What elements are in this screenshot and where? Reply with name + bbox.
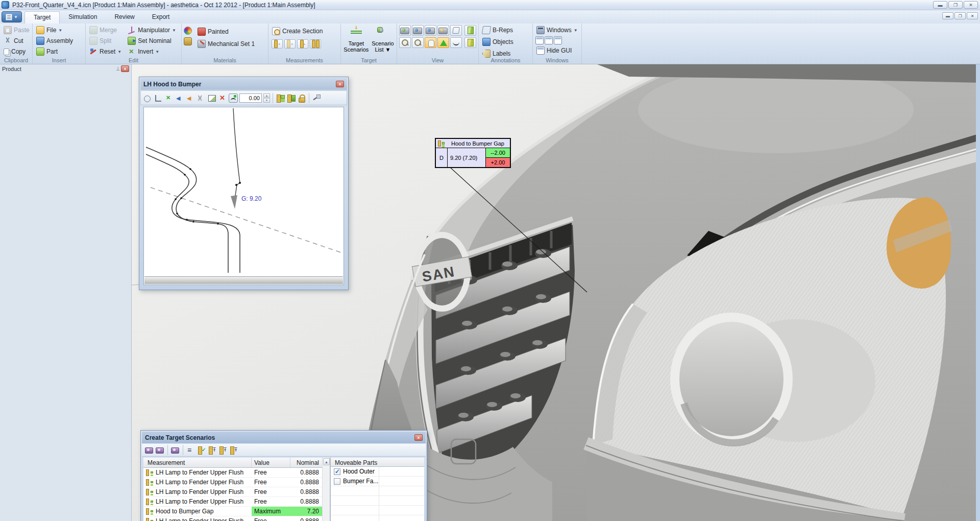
view-camera-check-button[interactable] — [399, 25, 411, 36]
objects-button[interactable]: Objects — [481, 37, 530, 47]
moveable-parts-panel[interactable]: Moveable Parts Hood OuterBumper Fa... — [330, 458, 424, 521]
pin-icon[interactable]: ⊥ — [115, 66, 121, 72]
view-camera-prev-button[interactable] — [412, 25, 424, 36]
section-window-close-button[interactable]: x — [336, 81, 344, 87]
scenario-new-icon[interactable] — [145, 446, 154, 455]
assembly-button[interactable]: Assembly — [35, 36, 83, 46]
scenarios-close-button[interactable]: x — [414, 434, 423, 441]
copy-button[interactable]: Copy — [2, 46, 30, 57]
section-measure-icon[interactable] — [276, 93, 285, 103]
measurement-row[interactable]: LH Lamp to Fender Upper FlushFree0.8888 — [143, 487, 322, 497]
toolbox-icon[interactable] — [184, 37, 192, 45]
section-wand-icon[interactable] — [312, 93, 321, 103]
orbit-button[interactable] — [450, 37, 462, 48]
tile-vertical-icon[interactable] — [554, 36, 562, 44]
moveable-part-row[interactable]: Hood Outer — [331, 467, 424, 477]
measurement-row[interactable]: LH Lamp to Fender Upper FlushFree0.8888 — [143, 516, 322, 521]
create-section-button[interactable]: Create Section — [271, 26, 338, 36]
scenario-refresh-icon[interactable] — [156, 446, 164, 455]
mdi-close-button[interactable]: ✕ — [967, 12, 978, 19]
moveable-part-row[interactable]: Bumper Fa... — [331, 477, 424, 486]
section-curve-tool-icon[interactable] — [229, 93, 238, 103]
measurements-scrollbar[interactable]: ▲ — [322, 458, 330, 521]
windows-button[interactable]: Windows▼ — [535, 25, 579, 35]
scenario-run-icon[interactable] — [171, 446, 180, 455]
set-nominal-button[interactable]: Set Nominal — [126, 36, 178, 46]
section-circle-tool-icon[interactable] — [143, 93, 152, 103]
measurement-row[interactable]: LH Lamp to Fender Upper FlushFree0.8888 — [143, 497, 322, 507]
rotate-button[interactable] — [437, 37, 449, 48]
measurement-annotation[interactable]: Hood to Bumper Gap D 9.20 (7.20) --2.00 … — [435, 138, 511, 168]
view-block-button[interactable] — [464, 25, 476, 36]
measure-check-icon[interactable] — [197, 446, 206, 455]
tile-horizontal-icon[interactable] — [545, 36, 553, 44]
section-orange-arrow-icon[interactable] — [186, 93, 195, 103]
section-corner-tool-icon[interactable] — [154, 93, 163, 103]
part-button[interactable]: Part — [35, 46, 83, 57]
zoom-out-button[interactable] — [399, 37, 411, 48]
pan-button[interactable] — [425, 37, 436, 48]
breps-button[interactable]: B-Reps — [481, 25, 530, 35]
section-paren-icon[interactable] — [197, 93, 206, 103]
section-offset-spinner[interactable]: ▲▼ — [263, 93, 270, 103]
measure-pink-button[interactable]: ▪ — [297, 39, 308, 49]
color-wheel-icon[interactable] — [184, 27, 192, 35]
measure-top-icon[interactable] — [208, 446, 216, 455]
close-button[interactable]: ✕ — [964, 1, 978, 9]
mdi-restore-button[interactable]: ❐ — [954, 12, 966, 19]
mdi-minimize-button[interactable]: ▬ — [942, 12, 953, 19]
view-cube-button[interactable] — [450, 25, 462, 36]
scroll-up-icon[interactable]: ▲ — [323, 458, 330, 465]
section-image-icon[interactable] — [207, 93, 216, 103]
section-offset-input[interactable] — [239, 93, 262, 103]
ribbon-tab-target[interactable]: Target — [24, 11, 60, 23]
ribbon-tab-simulation[interactable]: Simulation — [60, 11, 106, 23]
mechanical-set-button[interactable]: Mechanical Set 1 — [196, 39, 256, 49]
minimize-button[interactable]: ▬ — [933, 1, 947, 9]
measurement-row[interactable]: LH Lamp to Fender Upper FlushFree0.8888 — [143, 468, 322, 478]
cut-button[interactable]: Cut — [2, 36, 30, 46]
restore-button[interactable]: ❐ — [948, 1, 963, 9]
section-canvas[interactable]: G: 9.20 — [143, 107, 344, 285]
section-green-x-icon[interactable] — [164, 93, 174, 103]
invert-button[interactable]: Invert▼ — [126, 46, 178, 57]
paste-button[interactable]: Paste — [2, 25, 30, 35]
scenarios-titlebar[interactable]: Create Target Scenarios x — [142, 432, 426, 443]
target-scenarios-button[interactable]: TargetScenarios — [344, 25, 369, 57]
ribbon-tab-review[interactable]: Review — [106, 11, 143, 23]
moveable-parts-header[interactable]: Moveable Parts — [331, 458, 424, 467]
zoom-window-button[interactable] — [412, 37, 424, 48]
ribbon-tab-export[interactable]: Export — [143, 11, 179, 23]
reset-button[interactable]: Reset▼ — [88, 46, 123, 57]
measurement-row[interactable]: LH Lamp to Fender Upper FlushFree0.8888 — [143, 478, 322, 487]
measurements-table[interactable]: Measurement Value Nominal LH Lamp to Fen… — [143, 458, 322, 521]
application-menu-button[interactable]: ▼ — [2, 11, 22, 22]
measurement-row[interactable]: Hood to Bumper GapMaximum7.20 — [143, 507, 322, 516]
split-button[interactable]: Split — [88, 36, 123, 46]
section-measure2-icon[interactable] — [286, 93, 296, 103]
section-lock-icon[interactable] — [297, 93, 306, 103]
painted-button[interactable]: Painted — [196, 27, 256, 37]
measure-dashed-button[interactable]: + — [284, 39, 296, 49]
hide-gui-button[interactable]: Hide GUI — [535, 45, 579, 56]
cascade-windows-icon[interactable] — [535, 36, 544, 44]
measure-center-icon[interactable] — [229, 446, 238, 455]
measurements-header[interactable]: Measurement Value Nominal — [143, 458, 322, 468]
product-panel-close-button[interactable]: x — [121, 65, 129, 72]
view-camera-new-button[interactable] — [437, 25, 449, 36]
view-camera-next-button[interactable] — [425, 25, 436, 36]
manipulator-button[interactable]: Manipulator▼ — [126, 25, 178, 35]
section-window-titlebar[interactable]: LH Hood to Bumper x — [140, 78, 347, 90]
measure-double-button[interactable] — [310, 39, 321, 49]
merge-button[interactable]: Merge — [88, 25, 123, 35]
view-block2-button[interactable] — [464, 37, 476, 48]
scenario-list-button[interactable]: ScenarioList ▼ — [372, 25, 394, 57]
measure-point-button[interactable]: + — [272, 39, 283, 49]
part-checkbox[interactable] — [334, 478, 340, 485]
section-blue-arrow-icon[interactable] — [175, 93, 184, 103]
measure-mid-icon[interactable] — [218, 446, 227, 455]
section-delete-icon[interactable] — [218, 93, 227, 103]
part-checkbox[interactable] — [334, 468, 340, 475]
scenario-list-icon[interactable] — [186, 446, 195, 455]
file-button[interactable]: File▼ — [35, 25, 83, 35]
